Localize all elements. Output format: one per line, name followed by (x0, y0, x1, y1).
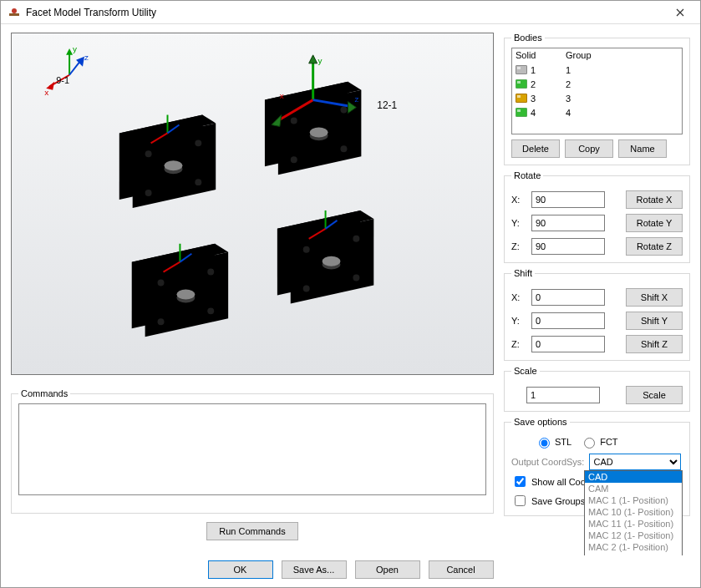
save-options-legend: Save options (511, 417, 570, 427)
shift-y-button[interactable]: Shift Y (626, 312, 683, 330)
bodies-legend: Bodies (511, 33, 545, 43)
fct-radio[interactable] (584, 438, 595, 449)
show-all-coordsys-checkbox[interactable] (515, 476, 526, 487)
shift-y-label: Y: (511, 316, 525, 326)
svg-text:x: x (280, 91, 284, 100)
window-title: Facet Model Transform Utility (26, 7, 663, 18)
shift-x-input[interactable] (531, 289, 605, 306)
body-row[interactable]: 1 1 (516, 63, 678, 77)
svg-marker-3 (66, 48, 73, 55)
body-color-icon (516, 65, 527, 74)
stl-radio-label[interactable]: STL (535, 435, 571, 449)
stl-radio[interactable] (539, 438, 550, 449)
output-coordsys-select[interactable]: CAD (589, 454, 681, 470)
ok-button[interactable]: OK (208, 560, 273, 579)
titlebar: Facet Model Transform Utility (1, 1, 700, 24)
body-solid-id: 2 (531, 79, 566, 89)
name-button[interactable]: Name (618, 139, 667, 158)
dropdown-option[interactable]: MAC 2 (1- Position) (585, 541, 682, 553)
save-as-button[interactable]: Save As... (282, 560, 347, 579)
rotate-legend: Rotate (511, 170, 543, 180)
dropdown-option[interactable]: MAC 10 (1- Position) (585, 506, 682, 518)
commands-textarea[interactable] (18, 403, 486, 495)
dialog-window: Facet Model Transform Utility y x (0, 0, 701, 588)
shift-z-input[interactable] (531, 336, 605, 352)
save-groups-checkbox[interactable] (515, 495, 526, 506)
svg-text:z: z (84, 53, 89, 62)
svg-text:z: z (354, 94, 358, 104)
world-axis-label: 9-1 (56, 75, 69, 85)
body-solid-id: 1 (531, 65, 566, 75)
close-button[interactable] (663, 3, 697, 23)
output-coordsys-dropdown[interactable]: CAD CAM MAC 1 (1- Position) MAC 10 (1- P… (584, 470, 683, 555)
output-coordsys-label: Output CoordSys: (511, 457, 584, 467)
run-commands-button[interactable]: Run Commands (206, 522, 298, 540)
body-2-green[interactable]: x y z (265, 55, 361, 175)
delete-button[interactable]: Delete (511, 139, 560, 158)
svg-text:y: y (73, 44, 77, 53)
col-group-header: Group (566, 50, 592, 60)
svg-text:x: x (44, 88, 48, 97)
shift-z-button[interactable]: Shift Z (626, 335, 683, 353)
scale-input[interactable] (526, 387, 600, 403)
close-icon (676, 8, 684, 17)
body-row[interactable]: 3 3 (516, 91, 678, 105)
svg-point-0 (12, 8, 17, 13)
dropdown-option[interactable]: MAC 3 (1- Position) (585, 553, 682, 555)
rotate-y-input[interactable] (531, 215, 605, 231)
svg-text:y: y (318, 56, 323, 65)
dropdown-option[interactable]: CAM (585, 483, 682, 494)
rotate-y-button[interactable]: Rotate Y (626, 214, 683, 232)
body-1-gray[interactable] (119, 115, 216, 208)
shift-x-label: X: (511, 292, 525, 302)
dropdown-option[interactable]: MAC 12 (1- Position) (585, 530, 682, 541)
save-options-group: Save options STL FCT Output CoordSys: CA… (504, 417, 690, 516)
dropdown-option[interactable]: MAC 1 (1- Position) (585, 494, 682, 506)
commands-group: Commands (11, 388, 494, 513)
body-solid-id: 3 (531, 94, 566, 104)
svg-rect-1 (9, 13, 19, 16)
fct-radio-label[interactable]: FCT (580, 435, 617, 449)
shift-legend: Shift (511, 268, 535, 278)
body-group-id: 2 (566, 79, 571, 89)
body-solid-id: 4 (531, 108, 566, 118)
body-group-id: 1 (566, 65, 571, 75)
copy-button[interactable]: Copy (565, 139, 613, 158)
body-group-id: 3 (566, 94, 571, 104)
body-axis-label: 12-1 (377, 99, 397, 111)
body-color-icon (516, 94, 527, 103)
body-3-yellow[interactable] (277, 210, 373, 303)
bodies-list[interactable]: Solid Group 1 1 2 2 3 (511, 48, 683, 134)
body-group-id: 4 (566, 108, 571, 118)
viewport-scene: y x z 9-1 (12, 33, 493, 374)
rotate-z-input[interactable] (531, 238, 605, 255)
world-axis-indicator: y x z 9-1 (44, 44, 89, 97)
viewport-3d[interactable]: y x z 9-1 (11, 33, 494, 375)
body-color-icon (516, 79, 527, 89)
rotate-x-button[interactable]: Rotate X (626, 190, 683, 209)
body-4-green[interactable] (132, 244, 228, 337)
body-row[interactable]: 2 2 (516, 77, 678, 91)
cancel-button[interactable]: Cancel (429, 560, 494, 579)
shift-y-input[interactable] (531, 312, 605, 329)
dialog-content: y x z 9-1 (1, 24, 700, 555)
shift-x-button[interactable]: Shift X (626, 288, 683, 307)
dropdown-option[interactable]: CAD (585, 471, 682, 483)
rotate-z-label: Z: (511, 241, 525, 251)
col-solid-header: Solid (516, 50, 566, 60)
open-button[interactable]: Open (355, 560, 420, 579)
svg-marker-24 (309, 55, 317, 63)
rotate-z-button[interactable]: Rotate Z (626, 237, 683, 256)
body-row[interactable]: 4 4 (516, 105, 678, 119)
right-panel: Bodies Solid Group 1 1 2 2 (504, 33, 690, 549)
rotate-group: Rotate X: Rotate X Y: Rotate Y Z: Rotate… (504, 170, 690, 263)
dropdown-option[interactable]: MAC 11 (1- Position) (585, 518, 682, 530)
scale-legend: Scale (511, 366, 540, 376)
bodies-group: Bodies Solid Group 1 1 2 2 (504, 33, 690, 165)
shift-z-label: Z: (511, 339, 525, 349)
rotate-x-label: X: (511, 195, 525, 205)
scale-group: Scale Scale (504, 366, 690, 412)
dialog-button-bar: OK Save As... Open Cancel (1, 555, 700, 587)
scale-button[interactable]: Scale (626, 386, 683, 404)
rotate-x-input[interactable] (531, 191, 605, 208)
